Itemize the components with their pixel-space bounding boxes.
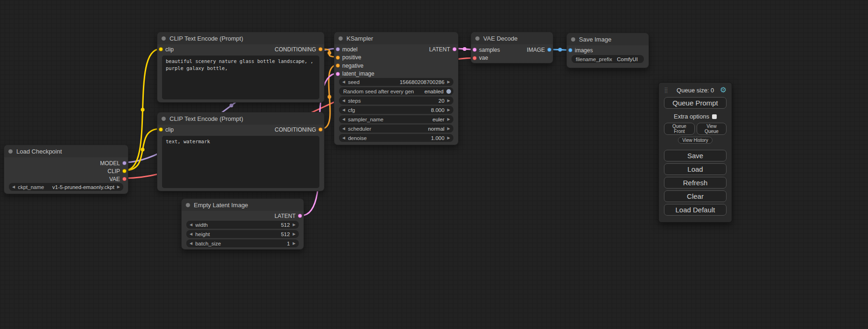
- input-slot-positive[interactable]: positive: [334, 54, 458, 62]
- settings-gear-icon[interactable]: ⚙: [720, 86, 727, 94]
- conditioning-output-dot[interactable]: [318, 47, 323, 51]
- extra-options-checkbox[interactable]: [712, 114, 717, 119]
- collapse-dot-icon[interactable]: [475, 36, 480, 41]
- view-queue-button[interactable]: View Queue: [697, 123, 727, 135]
- widget-batch-size[interactable]: ◀ batch_size 1 ▶: [186, 239, 299, 247]
- collapse-dot-icon[interactable]: [8, 149, 13, 154]
- increment-arrow-icon[interactable]: ▶: [447, 80, 450, 84]
- widget-scheduler[interactable]: ◀ scheduler normal ▶: [339, 125, 453, 133]
- decrement-arrow-icon[interactable]: ◀: [12, 185, 15, 189]
- output-slot-image[interactable]: IMAGE: [471, 46, 553, 54]
- queue-menu-panel: ⣿ Queue size: 0 ⚙ Queue Prompt Extra opt…: [658, 82, 732, 223]
- toggle-indicator-icon: [446, 89, 451, 94]
- output-slot-model[interactable]: MODEL: [4, 159, 128, 167]
- latent-output-dot[interactable]: [298, 214, 302, 218]
- output-slot-clip[interactable]: CLIP: [4, 167, 128, 175]
- image-input-dot[interactable]: [568, 48, 572, 52]
- clip-input-dot[interactable]: [159, 127, 163, 132]
- negative-prompt-textarea[interactable]: text, watermark: [162, 136, 319, 188]
- collapse-dot-icon[interactable]: [339, 36, 343, 41]
- node-title-bar[interactable]: KSampler: [334, 32, 458, 44]
- model-output-dot[interactable]: [122, 161, 127, 165]
- increment-arrow-icon[interactable]: ▶: [447, 127, 450, 131]
- input-slot-latent-image[interactable]: latent_image: [334, 70, 458, 78]
- input-slot-images[interactable]: images: [567, 46, 649, 54]
- node-empty-latent-image[interactable]: Empty Latent Image LATENT ◀ width 512 ▶ …: [181, 198, 304, 250]
- decrement-arrow-icon[interactable]: ◀: [342, 80, 345, 84]
- positive-prompt-textarea[interactable]: beautiful scenery nature glass bottle la…: [162, 56, 319, 99]
- node-title-bar[interactable]: CLIP Text Encode (Prompt): [157, 112, 324, 125]
- decrement-arrow-icon[interactable]: ◀: [190, 242, 192, 245]
- increment-arrow-icon[interactable]: ▶: [293, 242, 296, 245]
- refresh-button[interactable]: Refresh: [664, 177, 727, 189]
- increment-arrow-icon[interactable]: ▶: [293, 232, 296, 236]
- decrement-arrow-icon[interactable]: ◀: [342, 108, 345, 112]
- decrement-arrow-icon[interactable]: ◀: [190, 232, 192, 236]
- widget-denoise[interactable]: ◀ denoise 1.000 ▶: [339, 134, 453, 142]
- queue-prompt-button[interactable]: Queue Prompt: [664, 97, 727, 109]
- collapse-dot-icon[interactable]: [162, 36, 166, 41]
- conditioning-output-dot[interactable]: [318, 127, 323, 132]
- slot-row: clip CONDITIONING: [157, 45, 324, 53]
- increment-arrow-icon[interactable]: ▶: [293, 223, 296, 227]
- node-load-checkpoint[interactable]: Load Checkpoint MODEL CLIP VAE ◀ ckpt_na…: [4, 145, 128, 194]
- input-slot-vae[interactable]: vae: [471, 54, 553, 63]
- graph-canvas[interactable]: Load Checkpoint MODEL CLIP VAE ◀ ckpt_na…: [0, 0, 868, 329]
- collapse-dot-icon[interactable]: [162, 117, 166, 121]
- widget-ckpt-name[interactable]: ◀ ckpt_name v1-5-pruned-emaonly.ckpt ▶: [9, 183, 123, 191]
- node-clip-text-encode-positive[interactable]: CLIP Text Encode (Prompt) clip CONDITION…: [157, 32, 325, 103]
- save-button[interactable]: Save: [664, 150, 727, 161]
- node-title-bar[interactable]: Empty Latent Image: [182, 199, 303, 211]
- node-clip-text-encode-negative[interactable]: CLIP Text Encode (Prompt) clip CONDITION…: [157, 112, 325, 191]
- increment-arrow-icon[interactable]: ▶: [447, 99, 450, 103]
- clip-output-dot[interactable]: [122, 169, 127, 173]
- widget-seed[interactable]: ◀ seed 156680208700286 ▶: [339, 78, 453, 86]
- queue-front-button[interactable]: Queue Front: [664, 123, 695, 135]
- widget-sampler-name[interactable]: ◀ sampler_name euler ▶: [339, 115, 453, 123]
- widget-width[interactable]: ◀ width 512 ▶: [186, 221, 299, 229]
- decrement-arrow-icon[interactable]: ◀: [342, 99, 345, 103]
- conditioning-input-dot[interactable]: [336, 63, 340, 68]
- clear-button[interactable]: Clear: [664, 190, 727, 202]
- widget-filename-prefix[interactable]: filename_prefix ComfyUI: [572, 55, 644, 63]
- conditioning-input-dot[interactable]: [336, 56, 340, 60]
- load-default-button[interactable]: Load Default: [664, 204, 727, 216]
- collapse-dot-icon[interactable]: [571, 37, 575, 42]
- node-vae-decode[interactable]: VAE Decode samples vae IMAGE: [471, 32, 553, 63]
- widget-name: filename_prefix: [576, 56, 612, 62]
- increment-arrow-icon[interactable]: ▶: [447, 118, 450, 121]
- latent-output-dot[interactable]: [452, 47, 457, 51]
- node-title-bar[interactable]: Load Checkpoint: [4, 145, 128, 157]
- latent-input-dot[interactable]: [336, 72, 340, 76]
- node-title-bar[interactable]: Save Image: [567, 33, 649, 45]
- decrement-arrow-icon[interactable]: ◀: [190, 223, 192, 227]
- widget-height[interactable]: ◀ height 512 ▶: [186, 230, 299, 238]
- node-ksampler[interactable]: KSampler model positive negative latent_…: [334, 32, 459, 145]
- node-title-bar[interactable]: VAE Decode: [471, 32, 553, 44]
- output-slot-latent[interactable]: LATENT: [182, 212, 303, 220]
- output-slot-vae[interactable]: VAE: [4, 175, 128, 183]
- decrement-arrow-icon[interactable]: ◀: [342, 136, 345, 140]
- increment-arrow-icon[interactable]: ▶: [117, 185, 120, 189]
- node-save-image[interactable]: Save Image images filename_prefix ComfyU…: [566, 33, 649, 68]
- output-slot-latent[interactable]: LATENT: [334, 45, 458, 54]
- increment-arrow-icon[interactable]: ▶: [447, 108, 450, 112]
- node-title: Load Checkpoint: [16, 148, 62, 155]
- decrement-arrow-icon[interactable]: ◀: [342, 127, 345, 131]
- input-slot-negative[interactable]: negative: [334, 62, 458, 70]
- load-button[interactable]: Load: [664, 163, 727, 175]
- clip-input-dot[interactable]: [159, 47, 163, 51]
- decrement-arrow-icon[interactable]: ◀: [342, 118, 345, 121]
- widget-random-seed-toggle[interactable]: Random seed after every gen enabled: [339, 87, 453, 95]
- drag-handle-icon[interactable]: ⣿: [664, 87, 668, 93]
- image-output-dot[interactable]: [547, 48, 551, 52]
- collapse-dot-icon[interactable]: [186, 203, 190, 207]
- increment-arrow-icon[interactable]: ▶: [447, 136, 450, 140]
- vae-input-dot[interactable]: [473, 56, 477, 60]
- node-title-bar[interactable]: CLIP Text Encode (Prompt): [157, 32, 324, 44]
- widget-cfg[interactable]: ◀ cfg 8.000 ▶: [339, 106, 453, 114]
- widget-steps[interactable]: ◀ steps 20 ▶: [339, 97, 453, 105]
- wire-midpoint-dot: [141, 148, 145, 152]
- vae-output-dot[interactable]: [122, 177, 127, 181]
- view-history-button[interactable]: View History: [678, 137, 712, 144]
